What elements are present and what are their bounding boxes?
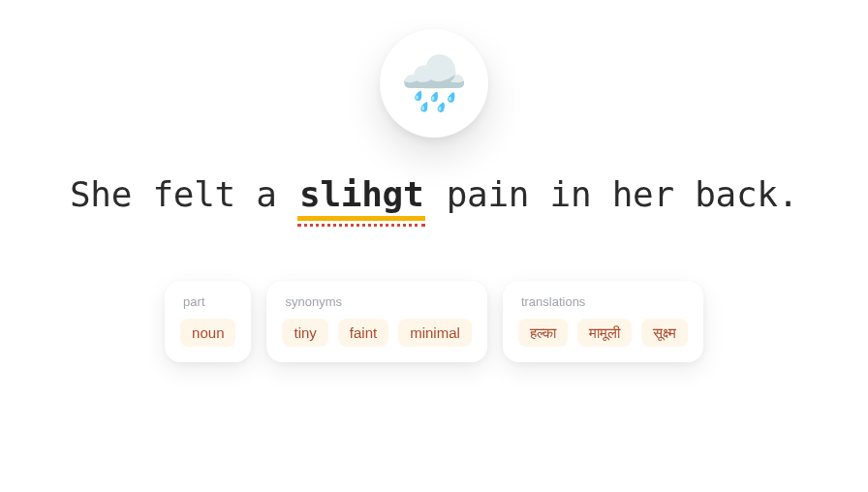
synonyms-chips: tiny faint minimal: [282, 319, 471, 347]
translations-chips: हल्का मामूली सूक्ष्म: [518, 319, 688, 347]
part-card: part noun: [165, 281, 251, 362]
translation-chip[interactable]: सूक्ष्म: [641, 319, 688, 347]
info-cards-row: part noun synonyms tiny faint minimal tr…: [165, 281, 703, 362]
translation-chip[interactable]: मामूली: [577, 319, 632, 347]
example-sentence: She felt a slihgt pain in her back.: [0, 174, 868, 221]
rain-cloud-icon: 🌧️: [400, 56, 468, 110]
stage: 🌧️ She felt a slihgt pain in her back. p…: [0, 0, 868, 492]
synonym-chip[interactable]: tiny: [282, 319, 327, 347]
translations-card-label: translations: [518, 294, 688, 309]
highlighted-word[interactable]: slihgt: [297, 174, 425, 221]
part-card-label: part: [180, 294, 235, 309]
sentence-before: She felt a: [70, 174, 297, 214]
synonym-chip[interactable]: minimal: [398, 319, 472, 347]
translations-card: translations हल्का मामूली सूक्ष्म: [503, 281, 703, 362]
translation-chip[interactable]: हल्का: [518, 319, 568, 347]
header-icon-circle: 🌧️: [380, 29, 488, 138]
part-chips: noun: [180, 319, 235, 347]
sentence-after: pain in her back.: [425, 174, 798, 214]
part-chip[interactable]: noun: [180, 319, 235, 347]
synonyms-card: synonyms tiny faint minimal: [266, 281, 486, 362]
synonym-chip[interactable]: faint: [338, 319, 388, 347]
synonyms-card-label: synonyms: [282, 294, 471, 309]
